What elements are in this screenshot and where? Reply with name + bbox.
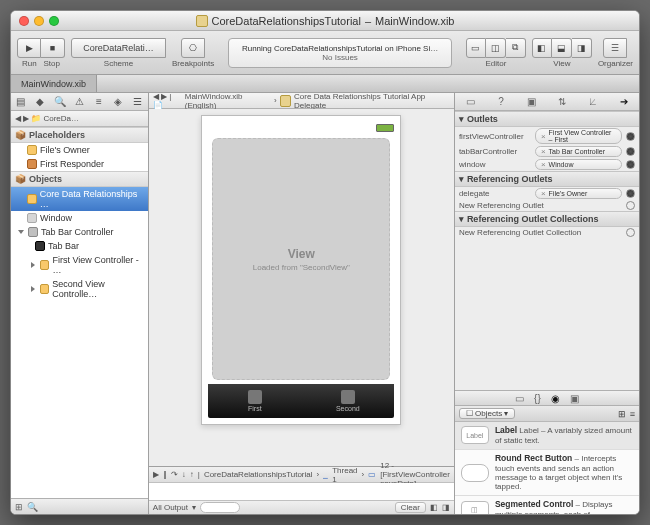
scheme-popup[interactable]: CoreDataRelati…	[71, 38, 166, 58]
status-bar	[208, 122, 394, 134]
log-nav-icon[interactable]: ☰	[132, 96, 144, 108]
outlet-row-firstvc[interactable]: firstViewController ×First View Controll…	[455, 127, 639, 145]
code-snippet-lib-icon[interactable]: {}	[534, 393, 541, 404]
connection-dot-icon[interactable]	[626, 189, 635, 198]
issue-nav-icon[interactable]: ⚠	[73, 96, 85, 108]
jump-bar[interactable]: ◀ ▶ | 📄 MainWindow.xib (English) › Core …	[149, 93, 454, 109]
connection-dot-icon[interactable]	[626, 147, 635, 156]
stop-button[interactable]: ■	[41, 38, 65, 58]
document-outline: 📦 Placeholders File's Owner First Respon…	[11, 127, 148, 498]
media-lib-icon[interactable]: ▣	[570, 393, 579, 404]
output-filter[interactable]: All Output	[153, 503, 188, 512]
standard-editor-button[interactable]: ▭	[466, 38, 486, 58]
battery-icon	[376, 124, 394, 132]
ref-coll-new[interactable]: New Referencing Outlet Collection	[455, 227, 639, 238]
run-stop-group: ▶ ■ Run Stop	[17, 38, 65, 68]
view-placeholder[interactable]: View Loaded from "SecondView"	[212, 138, 390, 380]
connections-inspector-icon[interactable]: ➔	[617, 96, 631, 107]
object-library[interactable]: Label Label Label – A variably sized amo…	[455, 422, 639, 514]
help-inspector-icon[interactable]: ?	[494, 96, 508, 107]
window-row[interactable]: Window	[11, 211, 148, 225]
ib-canvas[interactable]: View Loaded from "SecondView" First Seco…	[149, 109, 454, 466]
assistant-editor-button[interactable]: ◫	[486, 38, 506, 58]
tabbar-controller-row[interactable]: Tab Bar Controller	[11, 225, 148, 239]
debug-thread[interactable]: Thread 1	[332, 466, 357, 484]
ref-outlet-delegate[interactable]: delegate ×File's Owner	[455, 187, 639, 200]
breakpoint-nav-icon[interactable]: ◈	[112, 96, 124, 108]
variables-toggle-icon[interactable]: ◧	[430, 503, 438, 512]
file-template-lib-icon[interactable]: ▭	[515, 393, 524, 404]
step-in-icon[interactable]: ↓	[182, 470, 186, 479]
connection-dot-icon[interactable]	[626, 160, 635, 169]
firstvc-row[interactable]: First View Controller - …	[11, 253, 148, 277]
console-filter-input[interactable]	[200, 502, 240, 513]
debug-nav-icon[interactable]: ≡	[93, 96, 105, 108]
debug-proj[interactable]: CoreDataRelationshipsTutorial	[204, 470, 313, 479]
filter-icon[interactable]: ⊞	[15, 502, 23, 512]
tabbar-row[interactable]: Tab Bar	[11, 239, 148, 253]
clear-button[interactable]: Clear	[395, 502, 426, 513]
outlets-header[interactable]: ▾ Outlets	[455, 111, 639, 127]
toggle-debug-button[interactable]: ⬓	[552, 38, 572, 58]
outlet-row-tabbar[interactable]: tabBarController ×Tab Bar Controller	[455, 145, 639, 158]
navigator-selector: ▤ ◆ 🔍 ⚠ ≡ ◈ ☰	[11, 93, 148, 111]
first-responder-row[interactable]: First Responder	[11, 157, 148, 171]
size-inspector-icon[interactable]: ⟀	[586, 96, 600, 107]
connections-inspector: ▾ Outlets firstViewController ×First Vie…	[455, 111, 639, 238]
tab-mainwindow[interactable]: MainWindow.xib	[11, 75, 97, 92]
project-nav-icon[interactable]: ▤	[15, 96, 27, 108]
pause-icon[interactable]: ‖	[163, 470, 167, 479]
step-over-icon[interactable]: ↷	[171, 470, 178, 479]
file-inspector-icon[interactable]: ▭	[463, 96, 477, 107]
step-out-icon[interactable]: ↑	[190, 470, 194, 479]
version-editor-button[interactable]: ⧉	[506, 38, 526, 58]
console-toggle-icon[interactable]: ◨	[442, 503, 450, 512]
files-owner-row[interactable]: File's Owner	[11, 143, 148, 157]
ref-outlet-new[interactable]: New Referencing Outlet	[455, 200, 639, 211]
window-title: CoreDataRelationshipsTutorial – MainWind…	[59, 15, 591, 27]
connection-dot-icon[interactable]	[626, 132, 635, 141]
search-nav-icon[interactable]: 🔍	[54, 96, 66, 108]
continue-icon[interactable]: ▶	[153, 470, 159, 479]
jump-file: MainWindow.xib (English)	[185, 92, 271, 110]
tab-bar[interactable]: First Second	[208, 384, 394, 418]
nav-crumb[interactable]: ◀ ▶ 📁 CoreDa…	[11, 111, 148, 127]
outlet-row-window[interactable]: window ×Window	[455, 158, 639, 171]
tab-second[interactable]: Second	[301, 384, 394, 418]
scheme-value: CoreDataRelati…	[83, 43, 154, 53]
run-button[interactable]: ▶	[17, 38, 41, 58]
connection-dot-icon[interactable]	[626, 201, 635, 210]
tab-first[interactable]: First	[208, 384, 301, 418]
connection-dot-icon[interactable]	[626, 228, 635, 237]
library-item-label[interactable]: Label Label Label – A variably sized amo…	[455, 422, 639, 450]
zoom-button[interactable]	[49, 16, 59, 26]
scheme-group: CoreDataRelati… Scheme	[71, 38, 166, 68]
view-group: ◧ ⬓ ◨ View	[532, 38, 592, 68]
breakpoints-button[interactable]: ⎔	[181, 38, 205, 58]
library-item-segmented[interactable]: ◫ Segmented Control – Displays multiple …	[455, 496, 639, 514]
view-label: View	[553, 59, 570, 68]
toggle-navigator-button[interactable]: ◧	[532, 38, 552, 58]
thread-icon: ⎯	[323, 470, 328, 479]
app-delegate-row[interactable]: Core Data Relationships …	[11, 187, 148, 211]
secondvc-row[interactable]: Second View Controlle…	[11, 277, 148, 301]
device-frame[interactable]: View Loaded from "SecondView" First Seco…	[201, 115, 401, 425]
attributes-inspector-icon[interactable]: ⇅	[555, 96, 569, 107]
organizer-button[interactable]: ☰	[603, 38, 627, 58]
ref-coll-header[interactable]: ▾ Referencing Outlet Collections	[455, 211, 639, 227]
list-view-icon[interactable]: ≡	[630, 409, 635, 419]
identity-inspector-icon[interactable]: ▣	[525, 96, 539, 107]
toggle-utilities-button[interactable]: ◨	[572, 38, 592, 58]
minimize-button[interactable]	[34, 16, 44, 26]
grid-view-icon[interactable]: ⊞	[618, 409, 626, 419]
object-lib-icon[interactable]: ◉	[551, 393, 560, 404]
debug-area: ▶ ‖ ↷ ↓ ↑ | CoreDataRelationshipsTutoria…	[149, 466, 454, 514]
navigator-filter-input[interactable]	[42, 502, 144, 512]
close-button[interactable]	[19, 16, 29, 26]
library-item-button[interactable]: Round Rect Button – Intercepts touch eve…	[455, 450, 639, 496]
debug-footer: All Output ▾ Clear ◧ ◨	[149, 500, 454, 514]
symbol-nav-icon[interactable]: ◆	[34, 96, 46, 108]
console-body[interactable]	[149, 483, 454, 500]
ref-outlets-header[interactable]: ▾ Referencing Outlets	[455, 171, 639, 187]
library-filter-popup[interactable]: ☐ Objects ▾	[459, 408, 516, 419]
